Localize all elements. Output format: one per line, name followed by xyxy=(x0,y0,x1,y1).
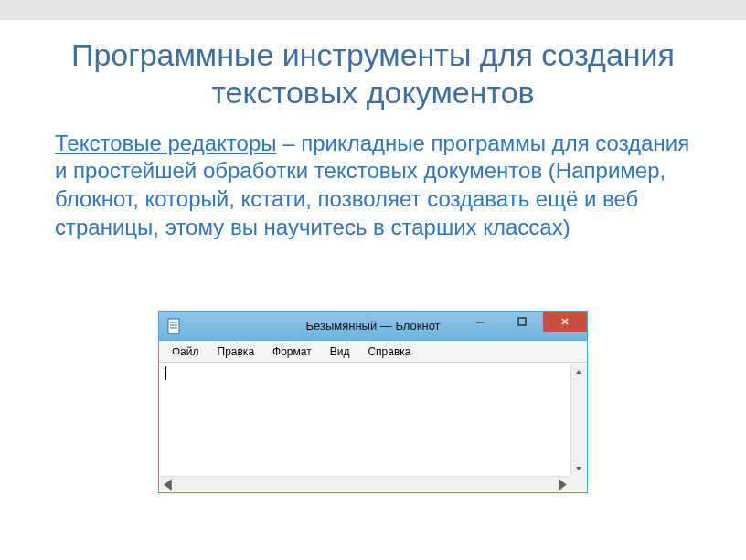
text-editor-area[interactable] xyxy=(160,363,570,476)
svg-rect-4 xyxy=(476,322,484,323)
slide-title: Программные инструменты для создания тек… xyxy=(55,37,691,111)
menu-view[interactable]: Вид xyxy=(321,343,359,361)
maximize-button[interactable] xyxy=(501,312,543,332)
close-button[interactable] xyxy=(543,312,587,332)
definition-term: Текстовые редакторы xyxy=(55,131,276,155)
text-cursor xyxy=(165,366,166,380)
vertical-scrollbar[interactable] xyxy=(570,364,586,476)
menu-edit[interactable]: Правка xyxy=(208,343,264,361)
menu-bar: Файл Правка Формат Вид Справка xyxy=(159,341,587,363)
svg-marker-9 xyxy=(576,467,581,470)
scroll-left-button[interactable] xyxy=(160,477,176,491)
slide-top-accent xyxy=(0,0,746,20)
scroll-down-button[interactable] xyxy=(571,460,586,476)
menu-file[interactable]: Файл xyxy=(163,343,208,361)
slide-body-text: Текстовые редакторы – прикладные програм… xyxy=(55,130,691,242)
window-titlebar[interactable]: Безымянный — Блокнот xyxy=(159,312,587,341)
notepad-window: Безымянный — Блокнот Файл Правка Формат xyxy=(158,311,588,493)
menu-help[interactable]: Справка xyxy=(358,343,420,361)
svg-marker-11 xyxy=(559,479,567,491)
slide-content: Программные инструменты для создания тек… xyxy=(0,37,746,241)
scroll-up-button[interactable] xyxy=(571,364,586,379)
scrollbar-corner xyxy=(570,476,586,491)
horizontal-scrollbar[interactable] xyxy=(160,476,570,491)
notepad-icon xyxy=(166,317,181,335)
menu-format[interactable]: Формат xyxy=(263,343,321,361)
svg-rect-5 xyxy=(518,318,526,325)
minimize-button[interactable] xyxy=(459,312,501,332)
svg-marker-10 xyxy=(164,479,172,491)
scroll-track-vertical[interactable] xyxy=(571,379,586,460)
svg-rect-0 xyxy=(168,319,179,333)
svg-marker-8 xyxy=(576,370,581,374)
scroll-right-button[interactable] xyxy=(555,477,570,491)
notepad-screenshot: Безымянный — Блокнот Файл Правка Формат xyxy=(158,311,588,493)
window-controls xyxy=(459,312,587,332)
